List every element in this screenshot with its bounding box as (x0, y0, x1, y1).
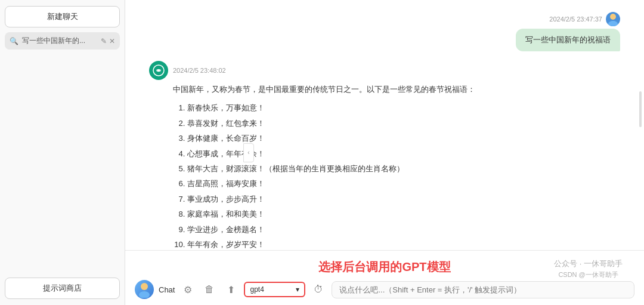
svg-point-1 (608, 21, 618, 26)
ai-message-group: 2024/2/5 23:48:02 中国新年，又称为春节，是中国最重要的传统节日… (149, 61, 620, 250)
collapse-icon: ‹ (247, 149, 249, 156)
user-bubble: 写一些中国新年的祝福语 (516, 29, 620, 51)
chat-history-item[interactable]: 🔍 写一些中国新年的... ✎ ✕ (5, 32, 120, 50)
svg-point-5 (139, 291, 150, 298)
svg-point-3 (157, 69, 160, 72)
gear-icon: ⚙ (184, 284, 192, 295)
chat-messages: 2024/2/5 23:47:37 写一些中国新年的祝福语 (125, 0, 644, 250)
model-selector[interactable]: gpt4 gpt-3.5-turbo gpt-4-turbo ▾ (244, 282, 305, 297)
chat-input-area: 选择后台调用的GPT模型 公众号 · 一休哥助手 CSDN @一休哥助手 Cha… (125, 250, 644, 305)
user-message-timestamp: 2024/2/5 23:47:37 (549, 12, 620, 26)
prompt-store-button[interactable]: 提示词商店 (5, 278, 120, 299)
dropdown-arrow-icon: ▾ (296, 285, 299, 294)
chat-icon: 🔍 (10, 37, 18, 45)
settings-button[interactable]: ⚙ (179, 281, 196, 298)
delete-icon[interactable]: ✕ (109, 37, 115, 45)
input-row: Chat ⚙ 🗑 ⬆ gpt4 (135, 280, 634, 299)
list-item: 年年有余，岁岁平安！ (187, 238, 620, 250)
trash-icon: 🗑 (205, 284, 214, 295)
list-item: 新春快乐，万事如意！ (187, 101, 620, 115)
ai-message-header: 2024/2/5 23:48:02 (149, 61, 620, 80)
model-select-dropdown[interactable]: gpt4 gpt-3.5-turbo gpt-4-turbo (250, 285, 293, 294)
export-button[interactable]: ⬆ (222, 281, 239, 298)
watermark-line1: 公众号 · 一休哥助手 (554, 258, 623, 269)
sidebar: 新建聊天 🔍 写一些中国新年的... ✎ ✕ 提示词商店 (0, 0, 125, 305)
ai-intro-text: 中国新年，又称为春节，是中国最重要的传统节日之一。以下是一些常见的春节祝福语： (173, 82, 620, 96)
input-controls: ⚙ 🗑 ⬆ gpt4 gpt-3.5-turbo gpt-4-turbo (179, 281, 634, 298)
annotation-text: 选择后台调用的GPT模型 (318, 260, 450, 273)
list-item: 恭喜发财，红包拿来！ (187, 116, 620, 130)
list-item: 学业进步，金榜题名！ (187, 223, 620, 236)
chat-item-actions: ✎ ✕ (101, 37, 115, 45)
user-avatar-bottom (135, 280, 154, 299)
list-item: 事业成功，步步高升！ (187, 192, 620, 206)
ai-avatar (149, 61, 168, 80)
list-item: 猪年大吉，财源滚滚！（根据当年的生肖更换相应的生肖名称） (187, 162, 620, 175)
chat-text-input[interactable] (339, 285, 627, 294)
main-chat-area: 2024/2/5 23:47:37 写一些中国新年的祝福语 (125, 0, 644, 305)
ai-timestamp: 2024/2/5 23:48:02 (173, 67, 226, 74)
collapse-sidebar-button[interactable]: ‹ (243, 143, 254, 162)
timer-button[interactable]: ⏱ (310, 281, 327, 298)
text-input-wrapper (332, 281, 634, 298)
clock-icon: ⏱ (314, 284, 323, 295)
user-avatar (606, 12, 620, 26)
list-item: 家庭幸福，和和美美！ (187, 207, 620, 221)
scrollbar[interactable] (639, 91, 642, 127)
clear-button[interactable]: 🗑 (201, 281, 218, 298)
upload-icon: ⬆ (227, 284, 235, 295)
svg-point-4 (141, 283, 148, 290)
svg-point-0 (610, 14, 616, 20)
sidebar-bottom: 提示词商店 (5, 278, 120, 299)
list-item: 吉星高照，福寿安康！ (187, 177, 620, 190)
chat-label: Chat (159, 285, 175, 294)
ai-items-list: 新春快乐，万事如意！ 恭喜发财，红包拿来！ 身体健康，长命百岁！ 心想事成，年年… (173, 101, 620, 250)
user-message-group: 2024/2/5 23:47:37 写一些中国新年的祝福语 (149, 12, 620, 51)
watermark-line2: CSDN @一休哥助手 (558, 270, 618, 279)
watermark: 公众号 · 一休哥助手 CSDN @一休哥助手 (554, 258, 623, 279)
ai-message-content: 中国新年，又称为春节，是中国最重要的传统节日之一。以下是一些常见的春节祝福语： … (173, 82, 620, 250)
annotation-banner: 选择后台调用的GPT模型 公众号 · 一休哥助手 CSDN @一休哥助手 (135, 257, 634, 280)
chat-item-label: 写一些中国新年的... (22, 36, 97, 46)
edit-icon[interactable]: ✎ (101, 37, 107, 45)
new-chat-button[interactable]: 新建聊天 (5, 6, 120, 27)
